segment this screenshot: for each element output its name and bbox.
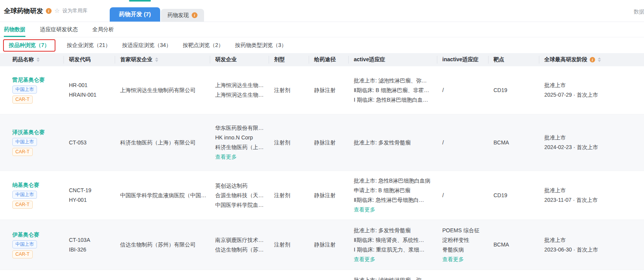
text-line: 注射剂 — [274, 86, 305, 95]
info-icon[interactable]: i — [192, 12, 197, 18]
text-line: 淀粉样变性 — [442, 235, 484, 245]
page-title: 全球药物研发 — [4, 7, 43, 15]
drug-type-badge: CAR-T — [12, 250, 33, 258]
drug-type-badge: CAR-T — [12, 201, 33, 209]
sub-nav-item-1[interactable]: 适应症研发状态 — [40, 22, 78, 37]
column-label: 全球最高研发阶段 — [544, 56, 587, 63]
filter-tab-4[interactable]: 按药物类型浏览（3） — [235, 42, 287, 49]
view-more-link[interactable]: 查看更多 — [215, 152, 265, 162]
favorite-star-icon[interactable]: ☆ — [54, 8, 60, 14]
column-label: 剂型 — [274, 56, 285, 63]
cell-active-indications: 批准上市: 急性B淋巴细胞白血病申请上市: B 细胞淋巴瘤Ⅱ期临床: 急性淋巴母… — [348, 176, 437, 215]
text-line: 脊髓疾病 — [442, 245, 484, 255]
cell-rd-codes: HR-001HRAIN-001 — [64, 80, 115, 100]
favorite-label[interactable]: 设为常用库 — [62, 7, 87, 14]
cell-admin-route: 静脉注射 — [309, 240, 348, 250]
cell-dosage-form: 注射剂 — [269, 86, 309, 95]
cell-target: BCMA — [488, 240, 539, 250]
drug-name-link[interactable]: 雷尼基奥仑赛 — [12, 77, 45, 84]
cell-highest-stage: 批准上市2023-11-07 · 首次上市 — [539, 186, 644, 205]
cell-rd-codes: CNCT-19HY-001 — [64, 186, 115, 205]
text-line: POEMS 综合征 — [442, 226, 484, 235]
title-group: 全球药物研发 i ☆ 设为常用库 — [4, 7, 87, 15]
text-line: 批准上市: 滤泡性淋巴瘤、弥… — [354, 275, 433, 280]
sort-icon[interactable] — [37, 57, 40, 62]
text-line: 静脉注射 — [314, 240, 345, 250]
market-badge: 中国上市 — [12, 138, 37, 146]
text-line: / — [442, 86, 484, 95]
text-line: IBI-326 — [69, 245, 111, 255]
cell-target: CD19 — [488, 86, 539, 95]
cell-highest-stage — [539, 270, 644, 275]
drug-name-link[interactable]: 泽沃基奥仑赛 — [12, 129, 45, 136]
cell-dosage-form: 注射剂 — [269, 191, 309, 200]
sort-icon[interactable] — [155, 57, 158, 62]
market-badge: 中国上市 — [12, 191, 37, 199]
text-line: 注射剂 — [274, 240, 305, 250]
cell-highest-stage: 批准上市2023-06-30 · 首次上市 — [539, 235, 644, 255]
filter-tab-2[interactable]: 按适应症浏览（34） — [122, 42, 171, 49]
cell-inactive-indications: / — [437, 138, 488, 148]
cell-drug-name — [0, 270, 64, 275]
text-line: 批准上市 — [544, 133, 640, 143]
text-line: 中国医学科学院血液病医院（中国… — [120, 191, 206, 200]
cell-first-company: 科济生物医药（上海）有限公司 — [115, 138, 210, 148]
cell-highest-stage: 批准上市2024-02-23 · 首次上市 — [539, 133, 644, 152]
sub-nav-item-0[interactable]: 药物数据 — [4, 22, 25, 37]
view-more-link[interactable]: 查看更多 — [442, 255, 484, 264]
filter-tab-3[interactable]: 按靶点浏览（2） — [183, 42, 224, 49]
column-header-codes: 研发代码 — [64, 53, 115, 66]
view-more-link[interactable]: 查看更多 — [354, 255, 433, 264]
sort-up-arrow — [155, 57, 158, 59]
market-badge: 中国上市 — [12, 240, 37, 248]
column-header-companies: 研发企业 — [210, 53, 269, 66]
sort-icon[interactable] — [598, 57, 601, 62]
sub-nav: 药物数据适应症研发状态全局分析 — [0, 22, 644, 37]
text-line: Ⅱ期临床: 急性淋巴母细胞白… — [354, 195, 433, 205]
cell-rd-codes: CT-103AIBI-326 — [64, 235, 115, 255]
sort-down-arrow — [598, 60, 601, 62]
sub-nav-item-2[interactable]: 全局分析 — [92, 22, 114, 37]
filter-tab-1[interactable]: 按企业浏览（21） — [67, 42, 111, 49]
cell-rd-codes — [64, 270, 115, 275]
table-row: 泽沃基奥仑赛中国上市CAR-TCT-053科济生物医药（上海）有限公司华东医药股… — [0, 114, 644, 171]
filter-tabs: 按品种浏览（7）按企业浏览（21）按适应症浏览（34）按靶点浏览（2）按药物类型… — [0, 37, 644, 53]
cell-inactive-indications — [437, 270, 488, 275]
text-line: 2023-06-30 · 首次上市 — [544, 245, 640, 255]
text-line: Ⅰ 期临床: 重症肌无力、浆细… — [354, 245, 433, 255]
column-header-first_company[interactable]: 首家研发企业 — [115, 53, 210, 66]
cell-drug-name: 伊基奥仑赛中国上市CAR-T — [0, 231, 64, 258]
table-row: 雷尼基奥仑赛中国上市CAR-THR-001HRAIN-001上海恒润达生生物制药… — [0, 66, 644, 114]
filter-tab-0[interactable]: 按品种浏览（7） — [3, 39, 55, 52]
text-line: BCMA — [493, 240, 535, 250]
column-label: 药品名称 — [12, 56, 34, 63]
drug-name-link[interactable]: 纳基奥仑赛 — [12, 182, 39, 189]
main-tab-drug-development[interactable]: 药物开发 (7) — [110, 7, 160, 22]
info-icon[interactable]: i — [46, 8, 52, 14]
cell-companies: 华东医药股份有限…HK inno.N Corp科济生物医药（上…查看更多 — [210, 123, 269, 162]
text-line: 上海恒润达生生物制药有限公司 — [120, 86, 206, 95]
view-more-link[interactable]: 查看更多 — [354, 205, 433, 215]
text-line: 批准上市: 多发性骨髓瘤 — [354, 226, 433, 235]
top-right-partial-text[interactable]: 数据 — [634, 8, 644, 15]
cell-target — [488, 270, 539, 275]
cell-inactive-indications: / — [437, 191, 488, 200]
column-label: 首家研发企业 — [120, 56, 152, 63]
column-header-form: 剂型 — [269, 53, 309, 66]
drug-name-link[interactable]: 伊基奥仑赛 — [12, 231, 39, 238]
column-label: 研发代码 — [69, 56, 90, 63]
column-label: inactive适应症 — [442, 56, 478, 63]
text-line: CD19 — [493, 191, 535, 200]
text-line: HY-001 — [69, 195, 111, 205]
column-header-stage[interactable]: 全球最高研发阶段i — [539, 53, 644, 66]
text-line: Ⅱ期临床: 狼疮肾炎、系统性… — [354, 235, 433, 245]
text-line: 2023-11-07 · 首次上市 — [544, 195, 640, 205]
main-tab-drug-discovery[interactable]: 药物发现i — [161, 9, 204, 22]
text-line: HK inno.N Corp — [215, 133, 265, 143]
text-line: 南京驯鹿医疗技术… — [215, 235, 265, 245]
text-line: 静脉注射 — [314, 138, 345, 148]
info-icon[interactable]: i — [590, 57, 595, 62]
cell-highest-stage: 批准上市2025-07-29 · 首次上市 — [539, 80, 644, 100]
table-row: 纳基奥仑赛中国上市CAR-TCNCT-19HY-001中国医学科学院血液病医院（… — [0, 171, 644, 220]
column-header-name[interactable]: 药品名称 — [0, 53, 64, 66]
